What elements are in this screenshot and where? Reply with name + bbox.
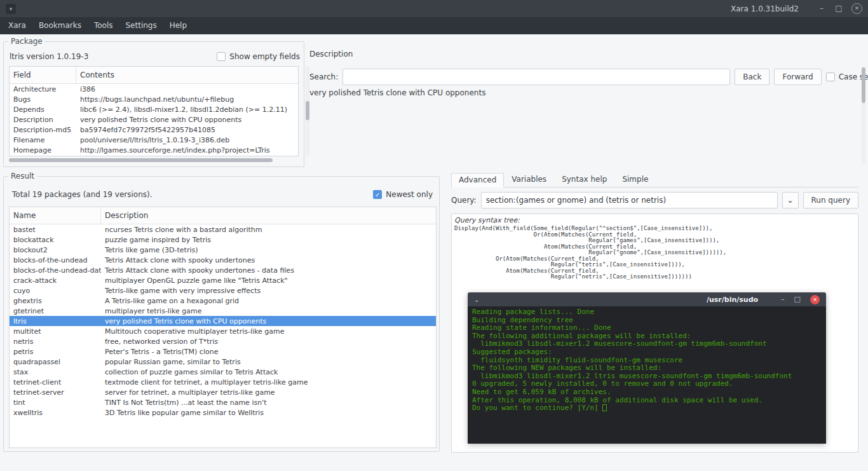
result-description-cell: server for tetrinet, a multiplayer tetri… xyxy=(101,388,436,397)
result-col-name[interactable]: Name xyxy=(10,207,101,224)
forward-button[interactable]: Forward xyxy=(774,69,821,85)
result-row[interactable]: quadrapassel popular Russian game, simil… xyxy=(10,357,436,367)
package-row[interactable]: Description-md5 ba5974efd7c79972f5f54229… xyxy=(10,125,298,135)
result-description-cell: TINT Is Not Tetris(tm) ...at least the n… xyxy=(101,399,436,407)
package-row[interactable]: Homepage http://lgames.sourceforge.net/i… xyxy=(10,145,298,155)
result-row[interactable]: petris Peter's Tetris - a Tetris(TM) clo… xyxy=(10,346,436,357)
tab-advanced[interactable]: Advanced xyxy=(451,173,504,188)
tab-syntax-help[interactable]: Syntax help xyxy=(554,172,614,187)
package-col-field[interactable]: Field xyxy=(10,67,76,83)
vertical-splitter[interactable] xyxy=(441,172,450,453)
package-contents-cell: pool/universe/l/ltris/ltris_1.0.19-3_i38… xyxy=(76,136,298,144)
package-table-header: Field Contents xyxy=(10,67,298,84)
result-description-cell: puzzle game inspired by Tetris xyxy=(101,236,436,244)
package-row[interactable]: Bugs https://bugs.launchpad.net/ubuntu/+… xyxy=(10,94,298,104)
package-contents-cell: libc6 (>= 2.4), libsdl-mixer1.2, libsdl1… xyxy=(76,106,298,114)
package-hscrollbar-thumb[interactable] xyxy=(9,158,273,162)
query-label: Query: xyxy=(451,196,477,205)
package-legend: Package xyxy=(8,37,45,46)
tab-simple[interactable]: Simple xyxy=(614,172,656,187)
result-row[interactable]: ghextris A Tetris-like game on a hexagon… xyxy=(10,296,436,306)
result-name-cell: ltris xyxy=(10,317,101,325)
newest-only-checkbox[interactable]: ✓ Newest only xyxy=(373,190,433,199)
result-row[interactable]: crack-attack multiplayer OpenGL puzzle g… xyxy=(10,275,436,285)
menubar-item[interactable]: Help xyxy=(163,17,193,34)
result-description-cell: collection of puzzle games similar to Te… xyxy=(101,368,436,376)
result-table-header: Name Description xyxy=(10,207,436,224)
checkbox-checked-icon: ✓ xyxy=(373,190,382,199)
description-vscrollbar[interactable] xyxy=(862,67,865,164)
package-field-cell: Homepage xyxy=(10,146,76,154)
terminal-line: Reading package lists... Done xyxy=(472,308,826,317)
menubar-item[interactable]: Settings xyxy=(119,17,163,34)
terminal-output[interactable]: Reading package lists... DoneBuilding de… xyxy=(468,306,826,444)
terminal-minimize-button[interactable]: – xyxy=(781,292,785,306)
package-row[interactable]: Depends libc6 (>= 2.4), libsdl-mixer1.2,… xyxy=(10,104,298,114)
result-name-cell: cuyo xyxy=(10,287,101,295)
run-query-button[interactable]: Run query xyxy=(803,192,858,208)
search-input[interactable] xyxy=(342,69,730,85)
newest-only-label: Newest only xyxy=(386,190,433,199)
result-name-cell: multitet xyxy=(10,327,101,336)
menubar-item[interactable]: Tools xyxy=(88,17,119,34)
terminal-close-button[interactable]: ✕ xyxy=(810,295,820,304)
result-row[interactable]: blocks-of-the-undead Tetris Attack clone… xyxy=(10,255,436,265)
result-row[interactable]: blocks-of-the-undead-data Tetris Attack … xyxy=(10,265,436,275)
result-row[interactable]: cuyo Tetris-like game with very impressi… xyxy=(10,285,436,296)
result-name-cell: netris xyxy=(10,338,101,346)
window-menu-icon[interactable]: ▾ xyxy=(6,4,16,14)
package-col-contents[interactable]: Contents xyxy=(76,67,298,83)
titlebar: ▾ Xara 1.0.31build2 – □ ✕ xyxy=(0,0,868,17)
menubar-item[interactable]: Bookmarks xyxy=(32,17,88,34)
terminal-prompt-text: Do you want to continue? [Y/n] xyxy=(472,404,602,412)
terminal-dropdown-icon[interactable]: ⌄ xyxy=(474,296,479,303)
package-vscrollbar-thumb[interactable] xyxy=(306,101,309,120)
close-button[interactable]: ✕ xyxy=(851,3,862,14)
result-row[interactable]: netris free, networked version of T*tris xyxy=(10,336,436,346)
result-row[interactable]: blockout2 Tetris like game (3D-tetris) xyxy=(10,245,436,255)
checkbox-unchecked-icon xyxy=(826,72,835,81)
menubar-item[interactable]: Xara xyxy=(2,17,32,34)
package-row[interactable]: Description very polished Tetris clone w… xyxy=(10,114,298,125)
minimize-button[interactable]: – xyxy=(817,3,826,14)
horizontal-splitter[interactable] xyxy=(0,168,868,172)
result-row[interactable]: blockattack puzzle game inspired by Tetr… xyxy=(10,235,436,245)
result-table: Name Description bastet ncurses Tetris c… xyxy=(9,207,437,448)
result-row[interactable]: xwelltris 3D Tetris like popular game si… xyxy=(10,407,436,418)
result-name-cell: blocks-of-the-undead-data xyxy=(10,266,101,275)
show-empty-fields-checkbox[interactable]: Show empty fields xyxy=(217,52,300,61)
result-row[interactable]: multitet Multitouch cooperative multipla… xyxy=(10,326,436,336)
terminal-line: Suggested packages: xyxy=(472,348,826,357)
description-vscrollbar-thumb[interactable] xyxy=(862,67,865,103)
package-hscrollbar[interactable] xyxy=(9,158,299,162)
result-row[interactable]: bastet ncurses Tetris clone with a basta… xyxy=(10,224,436,235)
result-row[interactable]: ltris very polished Tetris clone with CP… xyxy=(10,316,436,326)
package-version-label: ltris version 1.0.19-3 xyxy=(10,52,88,61)
result-description-cell: free, networked version of T*tris xyxy=(101,338,436,346)
package-row[interactable]: Filename pool/universe/l/ltris/ltris_1.0… xyxy=(10,135,298,145)
query-history-dropdown[interactable]: ⌄ xyxy=(782,192,799,208)
package-field-cell: Description xyxy=(10,116,76,124)
package-contents-cell: i386 xyxy=(76,85,298,93)
back-button[interactable]: Back xyxy=(735,69,770,85)
result-description-cell: Tetris Attack clone with spooky underton… xyxy=(101,256,436,264)
result-panel: Result Total 19 packages (and 19 version… xyxy=(3,176,440,452)
package-row[interactable]: Architecture i386 xyxy=(10,84,298,94)
result-row[interactable]: tint TINT Is Not Tetris(tm) ...at least … xyxy=(10,397,436,407)
tab-variables[interactable]: Variables xyxy=(504,172,554,187)
maximize-button[interactable]: □ xyxy=(834,3,843,14)
package-panel: Package ltris version 1.0.19-3 Show empt… xyxy=(3,41,304,167)
app-window: ▾ Xara 1.0.31build2 – □ ✕ XaraBookmarksT… xyxy=(0,0,868,471)
result-row[interactable]: tetrinet-server server for tetrinet, a m… xyxy=(10,387,436,397)
result-col-description[interactable]: Description xyxy=(101,207,436,224)
result-row[interactable]: gtetrinet multiplayer tetris-like game xyxy=(10,306,436,316)
package-field-cell: Depends xyxy=(10,106,76,114)
terminal-titlebar[interactable]: ⌄ /usr/bin/sudo – □ ✕ xyxy=(468,292,826,306)
result-description-cell: ncurses Tetris clone with a bastard algo… xyxy=(101,226,436,234)
terminal-maximize-button[interactable]: □ xyxy=(794,292,801,306)
terminal-title: /usr/bin/sudo xyxy=(707,296,758,304)
result-row[interactable]: stax collection of puzzle games similar … xyxy=(10,367,436,377)
query-input[interactable] xyxy=(481,192,778,208)
query-syntax-panel: Query syntax tree: Display(And(With_fiel… xyxy=(451,214,858,453)
result-row[interactable]: tetrinet-client textmode client for tetr… xyxy=(10,377,436,387)
